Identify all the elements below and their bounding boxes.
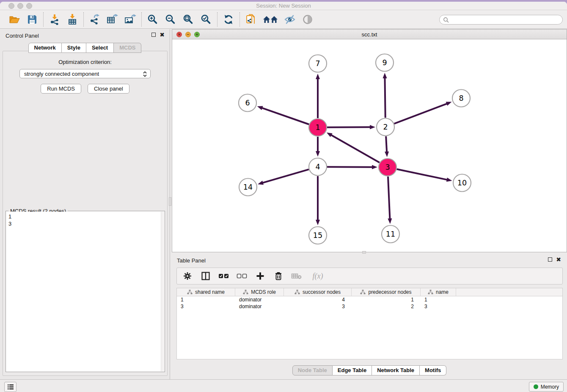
graph-edge-3-11[interactable] (388, 177, 390, 219)
search-field[interactable] (439, 15, 563, 25)
column-header-successor-nodes[interactable]: successor nodes (284, 288, 352, 296)
graph-node-label: 14 (243, 183, 253, 191)
result-scrollbar[interactable] (161, 212, 164, 371)
zoom-selected-icon[interactable] (200, 13, 212, 26)
graph-edge-2-9[interactable] (385, 78, 385, 118)
table-cell: 3 (177, 303, 235, 310)
memory-status-icon (534, 384, 538, 389)
zoom-in-icon[interactable] (146, 13, 159, 26)
graph-edge-3-1[interactable] (331, 135, 380, 163)
mcds-result-box: MCDS result (2 nodes) 1 3 (6, 211, 165, 372)
table-close-panel-icon[interactable]: ✖ (556, 257, 561, 262)
node-table: shared nameMCDS rolesuccessor nodesprede… (176, 288, 563, 359)
control-panel-title: Control Panel (6, 33, 39, 39)
search-icon (443, 17, 449, 23)
close-panel-button[interactable]: Close panel (88, 84, 129, 94)
app-window: Session: New Session (0, 2, 567, 392)
window-title: Session: New Session (0, 3, 567, 9)
table-cell: 3 (421, 303, 456, 310)
close-panel-icon[interactable]: ✖ (160, 33, 165, 37)
import-network-icon[interactable] (48, 13, 61, 26)
tab-motifs[interactable]: Motifs (420, 365, 446, 375)
optimization-criterion-label: Optimization criterion: (3, 59, 167, 65)
edge-arrowhead (383, 73, 387, 78)
criterion-select[interactable]: strongly connected component (19, 69, 151, 78)
function-builder-icon[interactable]: f(x) (309, 271, 326, 282)
tab-network-table[interactable]: Network Table (372, 365, 420, 375)
export-image-icon[interactable] (124, 13, 137, 26)
network-canvas[interactable]: 7968124314101511 (172, 39, 567, 252)
table-panel: Table Panel ✖ (172, 254, 567, 379)
tab-network[interactable]: Network (28, 43, 62, 53)
graph-edge-4-14[interactable] (263, 169, 309, 183)
graph-edge-2-3[interactable] (386, 136, 387, 152)
mcds-result-text[interactable]: 1 3 (6, 212, 161, 371)
table-cell: 1 (421, 296, 456, 303)
export-table-icon[interactable] (106, 13, 119, 26)
graph-edge-2-8[interactable] (394, 104, 447, 124)
save-session-icon[interactable] (26, 13, 39, 26)
criterion-select-value: strongly connected component (24, 71, 99, 77)
graph-node-label: 6 (245, 99, 250, 107)
clear-checks-icon[interactable] (237, 271, 248, 282)
table-header-row: shared nameMCDS rolesuccessor nodesprede… (177, 288, 562, 296)
edge-arrowhead (316, 151, 320, 157)
table-cell: dominator (235, 296, 284, 303)
tab-select[interactable]: Select (86, 43, 114, 53)
float-panel-icon[interactable] (151, 33, 156, 37)
import-table-icon[interactable] (66, 13, 79, 26)
graph-node-label: 11 (386, 230, 395, 238)
network-window-titlebar: × − + scc.txt (172, 30, 567, 39)
edge-arrowhead (258, 181, 264, 185)
export-network-icon[interactable] (88, 13, 101, 26)
edge-arrowhead (388, 218, 392, 224)
graph-edge-1-6[interactable] (262, 108, 309, 124)
column-header-predecessor-nodes[interactable]: predecessor nodes (352, 288, 421, 296)
hide-selected-icon[interactable] (284, 13, 296, 26)
table-cell: 1 (177, 296, 235, 303)
table-options-icon[interactable] (182, 271, 193, 282)
column-header-shared-name[interactable]: shared name (177, 288, 235, 296)
search-input[interactable] (451, 17, 562, 23)
network-view-window: × − + scc.txt 7968124314101511 (172, 29, 567, 252)
column-header-MCDS-role[interactable]: MCDS role (235, 288, 284, 296)
tab-node-table[interactable]: Node Table (292, 365, 333, 375)
open-session-icon[interactable] (8, 13, 21, 26)
zoom-fit-icon[interactable] (182, 13, 195, 26)
zoom-out-icon[interactable] (164, 13, 177, 26)
tab-style[interactable]: Style (62, 43, 86, 53)
column-header-name[interactable]: name (421, 288, 456, 296)
table-tabs: Node TableEdge TableNetwork TableMotifs (172, 365, 567, 375)
graph-node-label: 7 (315, 59, 320, 68)
delete-column-icon[interactable] (273, 271, 284, 282)
select-all-checks-icon[interactable] (218, 271, 229, 282)
memory-button[interactable]: Memory (529, 382, 564, 392)
graph-node-label: 4 (315, 163, 320, 171)
show-column-icon[interactable] (200, 271, 211, 282)
table-row[interactable]: 3dominator323 (177, 303, 562, 310)
first-neighbors-icon[interactable] (262, 13, 278, 26)
run-mcds-button[interactable]: Run MCDS (41, 84, 81, 94)
graph-node-label: 1 (315, 123, 320, 132)
show-all-icon[interactable] (301, 13, 314, 26)
apply-layout-icon[interactable] (222, 13, 235, 26)
table-toolbar: f(x) (176, 268, 563, 284)
graph-edge-4-3[interactable] (327, 167, 372, 167)
tab-edge-table[interactable]: Edge Table (333, 365, 372, 375)
clone-network-icon[interactable] (245, 13, 257, 26)
status-bar: Memory (0, 379, 567, 392)
add-column-icon[interactable] (255, 271, 266, 282)
vertical-splitter-handle[interactable] (169, 197, 171, 206)
panel-menu-button[interactable] (4, 382, 17, 392)
tab-mcds[interactable]: MCDS (114, 43, 141, 53)
horizontal-splitter-handle[interactable] (362, 251, 366, 254)
edge-arrowhead (316, 74, 320, 79)
destroy-table-icon[interactable] (291, 271, 302, 282)
graph-edge-3-10[interactable] (397, 169, 447, 180)
table-float-panel-icon[interactable] (548, 257, 552, 262)
network-window-title: scc.txt (172, 31, 567, 38)
edge-arrowhead (257, 106, 263, 110)
table-row[interactable]: 1dominator411 (177, 296, 562, 303)
table-cell: dominator (235, 303, 284, 310)
graph-edge-1-2[interactable] (327, 127, 370, 127)
